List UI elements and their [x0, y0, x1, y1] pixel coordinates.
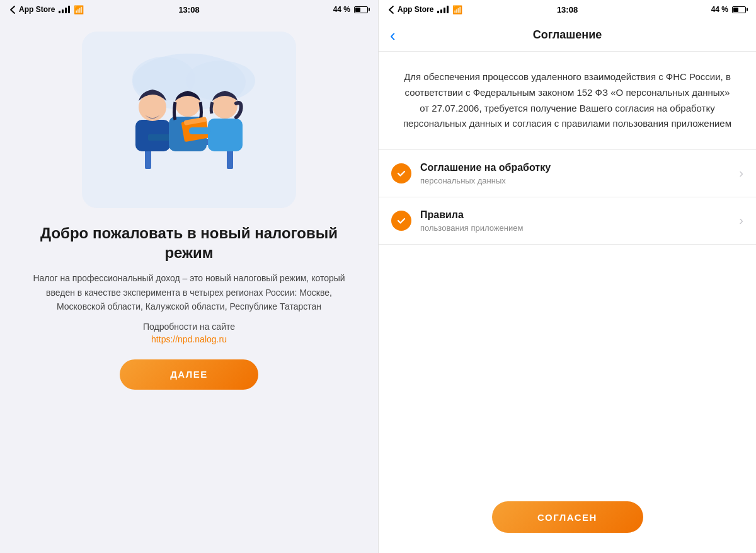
item-text-1: Соглашение на обработку персональных дан…	[420, 161, 734, 185]
left-status-bar: App Store 📶 13:08 44 %	[0, 0, 378, 19]
battery-percent-left: 44 %	[333, 5, 350, 14]
right-content: Для обеспечения процессов удаленного вза…	[379, 52, 756, 553]
right-status-right: 44 %	[711, 5, 746, 14]
left-app-store-label: App Store	[19, 5, 55, 14]
wifi-icon-left: 📶	[74, 5, 84, 15]
right-header: ‹ Соглашение	[379, 19, 756, 52]
agreement-item-rules[interactable]: Правила пользования приложением ›	[379, 197, 756, 245]
item-title-2: Правила	[420, 209, 734, 222]
battery-percent-right: 44 %	[711, 5, 728, 14]
chevron-right-icon-1: ›	[739, 166, 743, 180]
right-status-bar: App Store 📶 13:08 44 %	[379, 0, 756, 19]
right-bottom: СОГЛАСЕН	[379, 486, 756, 553]
left-content: Добро пожаловать в новый налоговый режим…	[0, 19, 378, 553]
illustration-container	[82, 32, 296, 208]
check-icon-2	[391, 211, 411, 231]
welcome-illustration	[101, 44, 277, 195]
item-text-2: Правила пользования приложением	[420, 209, 734, 233]
svg-rect-14	[208, 119, 243, 151]
agreement-description: Для обеспечения процессов удаленного вза…	[379, 52, 756, 150]
right-time: 13:08	[557, 5, 578, 15]
chevron-right-icon-2: ›	[739, 213, 743, 228]
wifi-icon-right: 📶	[452, 5, 462, 15]
right-panel: App Store 📶 13:08 44 % ‹ Соглашение Для …	[378, 0, 756, 553]
details-text: Подробности на сайте	[143, 322, 235, 332]
left-panel: App Store 📶 13:08 44 %	[0, 0, 378, 553]
signal-bars-right	[437, 6, 449, 13]
welcome-title: Добро пожаловать в новый налоговый режим	[25, 223, 353, 262]
battery-icon-left	[354, 6, 368, 13]
battery-icon-right	[732, 6, 746, 13]
agreement-items-list: Соглашение на обработку персональных дан…	[379, 150, 756, 486]
left-time: 13:08	[178, 5, 199, 15]
item-subtitle-1: персональных данных	[420, 176, 734, 185]
agree-button[interactable]: СОГЛАСЕН	[492, 501, 643, 533]
left-status-right: 44 %	[333, 5, 368, 14]
back-button[interactable]: ‹	[390, 27, 396, 44]
right-app-store-label: App Store	[398, 5, 433, 14]
svg-rect-9	[148, 134, 170, 141]
next-button[interactable]: ДАЛЕЕ	[120, 359, 258, 390]
item-title-1: Соглашение на обработку	[420, 161, 734, 175]
welcome-desc: Налог на профессиональный доход – это но…	[25, 271, 353, 313]
item-subtitle-2: пользования приложением	[420, 223, 734, 233]
right-status-left: App Store 📶	[389, 5, 462, 15]
site-link[interactable]: https://npd.nalog.ru	[151, 334, 227, 344]
left-status-left: App Store 📶	[10, 5, 84, 15]
svg-rect-16	[189, 127, 211, 134]
signal-bars-left	[59, 6, 70, 13]
agreement-page-title: Соглашение	[533, 28, 602, 42]
checkmark-icon-1	[396, 168, 406, 178]
back-chevron-icon-right	[389, 6, 394, 14]
checkmark-icon-2	[396, 216, 406, 226]
agreement-item-personal-data[interactable]: Соглашение на обработку персональных дан…	[379, 150, 756, 197]
check-icon-1	[391, 163, 411, 183]
back-chevron-icon	[10, 6, 15, 14]
